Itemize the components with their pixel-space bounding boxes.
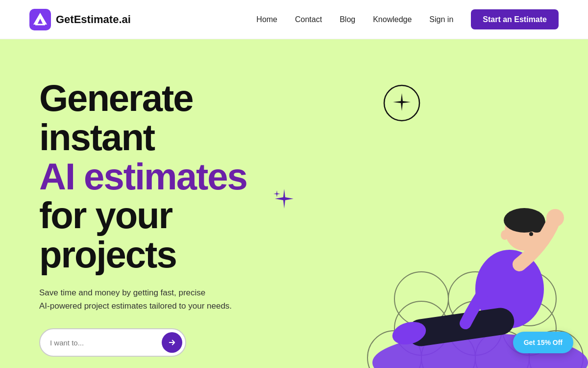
hero-title: Generate instant AI estimates for your p…: [39, 79, 314, 274]
estimate-submit-button[interactable]: [162, 332, 182, 353]
navbar: GetEstimate.ai Home Contact Blog Knowled…: [0, 0, 588, 39]
nav-home[interactable]: Home: [256, 15, 277, 24]
logo[interactable]: GetEstimate.ai: [29, 9, 131, 30]
nav-links: Home Contact Blog Knowledge Sign in Star…: [256, 15, 559, 24]
svg-rect-0: [29, 9, 51, 30]
cta-discount-badge[interactable]: Get 15% Off: [513, 332, 573, 353]
nav-signin[interactable]: Sign in: [429, 15, 453, 24]
logo-text: GetEstimate.ai: [56, 13, 131, 26]
svg-point-18: [501, 230, 509, 240]
estimate-input-container: [39, 328, 186, 357]
start-estimate-button[interactable]: Start an Estimate: [471, 9, 559, 29]
sparkle-decoration-left: [272, 186, 296, 213]
hero-illustration: [333, 117, 588, 368]
hero-content: Generate instant AI estimates for your p…: [39, 69, 314, 368]
svg-point-17: [529, 232, 533, 236]
nav-contact[interactable]: Contact: [295, 15, 322, 24]
nav-blog[interactable]: Blog: [340, 15, 355, 24]
hero-section: Generate instant AI estimates for your p…: [0, 39, 588, 368]
estimate-input[interactable]: [50, 339, 162, 347]
svg-point-21: [546, 209, 564, 227]
hero-subtitle: Save time and money by getting fast, pre…: [39, 286, 274, 313]
nav-knowledge[interactable]: Knowledge: [373, 15, 412, 24]
